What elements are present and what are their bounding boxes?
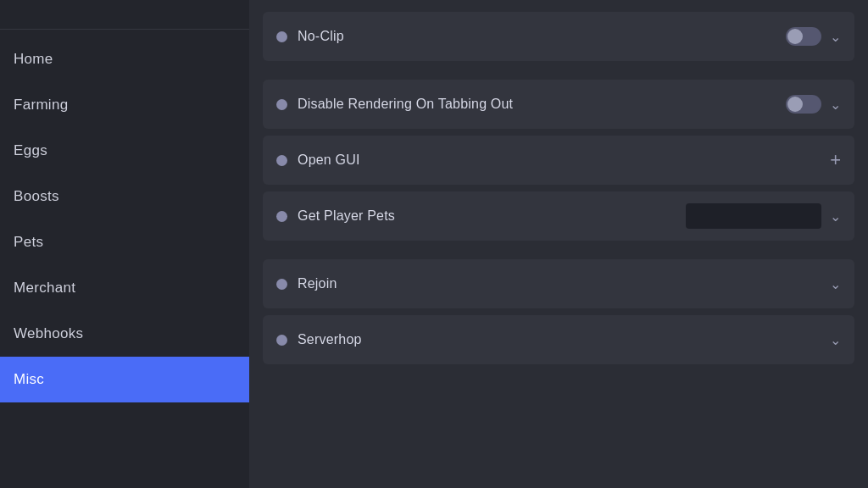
row-indicator-no-clip: [276, 31, 287, 42]
row-label-serverhop: Serverhop: [298, 332, 820, 347]
sidebar-nav: HomeFarmingEggsBoostsPetsMerchantWebhook…: [0, 30, 249, 488]
row-serverhop: Serverhop⌄: [263, 315, 854, 364]
sidebar-item-merchant[interactable]: Merchant: [0, 265, 249, 311]
row-actions-open-gui: +: [830, 149, 841, 171]
chevron-icon-serverhop[interactable]: ⌄: [830, 332, 841, 348]
row-actions-disable-rendering: ⌄: [786, 95, 841, 114]
main-content: No-Clip⌄Disable Rendering On Tabbing Out…: [249, 0, 868, 488]
row-rejoin: Rejoin⌄: [263, 259, 854, 308]
chevron-icon-get-player-pets[interactable]: ⌄: [830, 208, 841, 225]
row-actions-rejoin: ⌄: [830, 276, 841, 292]
row-input-get-player-pets[interactable]: [686, 203, 821, 229]
sidebar-item-home[interactable]: Home: [0, 36, 249, 82]
chevron-icon-rejoin[interactable]: ⌄: [830, 276, 841, 292]
row-label-no-clip: No-Clip: [298, 29, 776, 44]
row-open-gui: Open GUI+: [263, 136, 854, 185]
row-actions-serverhop: ⌄: [830, 332, 841, 348]
plus-icon-open-gui[interactable]: +: [830, 149, 841, 171]
row-label-get-player-pets: Get Player Pets: [298, 208, 676, 224]
row-no-clip: No-Clip⌄: [263, 12, 854, 61]
toggle-disable-rendering[interactable]: [786, 95, 821, 114]
chevron-icon-no-clip[interactable]: ⌄: [830, 29, 841, 45]
row-indicator-open-gui: [276, 155, 287, 166]
sidebar: HomeFarmingEggsBoostsPetsMerchantWebhook…: [0, 0, 249, 488]
separator-no-clip: [263, 68, 854, 73]
row-indicator-serverhop: [276, 335, 287, 346]
row-get-player-pets: Get Player Pets⌄: [263, 191, 854, 241]
sidebar-item-farming[interactable]: Farming: [0, 82, 249, 128]
sidebar-item-eggs[interactable]: Eggs: [0, 128, 249, 174]
row-indicator-get-player-pets: [276, 211, 287, 222]
row-label-disable-rendering: Disable Rendering On Tabbing Out: [298, 97, 776, 112]
row-actions-get-player-pets: ⌄: [686, 203, 841, 229]
row-indicator-rejoin: [276, 279, 287, 290]
row-indicator-disable-rendering: [276, 99, 287, 110]
chevron-icon-disable-rendering[interactable]: ⌄: [830, 97, 841, 113]
sidebar-item-webhooks[interactable]: Webhooks: [0, 311, 249, 357]
row-label-open-gui: Open GUI: [298, 152, 820, 168]
sidebar-item-pets[interactable]: Pets: [0, 219, 249, 265]
row-label-rejoin: Rejoin: [298, 276, 820, 291]
sidebar-item-boosts[interactable]: Boosts: [0, 174, 249, 219]
row-disable-rendering: Disable Rendering On Tabbing Out⌄: [263, 80, 854, 129]
sidebar-item-misc[interactable]: Misc: [0, 357, 249, 402]
sidebar-header: [0, 0, 249, 30]
row-actions-no-clip: ⌄: [786, 27, 841, 46]
toggle-no-clip[interactable]: [786, 27, 821, 46]
separator-get-player-pets: [263, 247, 854, 252]
